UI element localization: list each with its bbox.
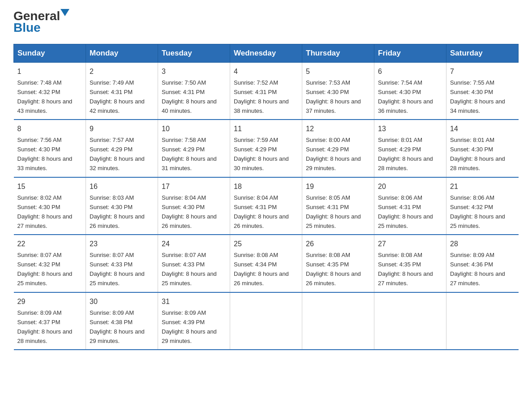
day-number: 17 xyxy=(162,181,226,193)
day-number: 13 xyxy=(378,124,442,135)
cell-week5-day2: 31Sunrise: 8:09 AMSunset: 4:39 PMDayligh… xyxy=(158,292,230,350)
day-info: Sunrise: 8:06 AMSunset: 4:31 PMDaylight:… xyxy=(378,194,433,229)
day-info: Sunrise: 7:58 AMSunset: 4:29 PMDaylight:… xyxy=(162,137,217,171)
day-number: 2 xyxy=(90,66,154,77)
header-sunday: Sunday xyxy=(14,44,86,63)
cell-week2-day0: 8Sunrise: 7:56 AMSunset: 4:30 PMDaylight… xyxy=(14,120,86,177)
cell-week1-day3: 4Sunrise: 7:52 AMSunset: 4:31 PMDaylight… xyxy=(230,63,302,120)
day-info: Sunrise: 7:57 AMSunset: 4:29 PMDaylight:… xyxy=(90,137,145,171)
day-number: 24 xyxy=(162,239,226,250)
day-info: Sunrise: 7:52 AMSunset: 4:31 PMDaylight:… xyxy=(234,79,289,114)
cell-week4-day2: 24Sunrise: 8:07 AMSunset: 4:33 PMDayligh… xyxy=(158,235,230,292)
day-info: Sunrise: 8:04 AMSunset: 4:31 PMDaylight:… xyxy=(234,194,289,229)
cell-week2-day1: 9Sunrise: 7:57 AMSunset: 4:29 PMDaylight… xyxy=(86,120,158,177)
cell-week4-day4: 26Sunrise: 8:08 AMSunset: 4:35 PMDayligh… xyxy=(302,235,374,292)
cell-week3-day0: 15Sunrise: 8:02 AMSunset: 4:30 PMDayligh… xyxy=(14,177,86,235)
cell-week5-day0: 29Sunrise: 8:09 AMSunset: 4:37 PMDayligh… xyxy=(14,292,86,350)
cell-week1-day1: 2Sunrise: 7:49 AMSunset: 4:31 PMDaylight… xyxy=(86,63,158,120)
day-info: Sunrise: 8:09 AMSunset: 4:38 PMDaylight:… xyxy=(90,309,145,344)
cell-week2-day4: 12Sunrise: 8:00 AMSunset: 4:29 PMDayligh… xyxy=(302,120,374,177)
cell-week2-day2: 10Sunrise: 7:58 AMSunset: 4:29 PMDayligh… xyxy=(158,120,230,177)
cell-week3-day5: 20Sunrise: 8:06 AMSunset: 4:31 PMDayligh… xyxy=(374,177,446,235)
day-info: Sunrise: 7:55 AMSunset: 4:30 PMDaylight:… xyxy=(450,79,505,114)
day-number: 25 xyxy=(234,239,298,250)
day-info: Sunrise: 7:54 AMSunset: 4:30 PMDaylight:… xyxy=(378,79,433,114)
day-info: Sunrise: 8:01 AMSunset: 4:30 PMDaylight:… xyxy=(450,137,505,171)
header-wednesday: Wednesday xyxy=(230,44,302,63)
day-number: 7 xyxy=(450,66,515,77)
calendar-table: SundayMondayTuesdayWednesdayThursdayFrid… xyxy=(13,44,519,350)
logo: General Blue xyxy=(13,9,73,35)
day-number: 14 xyxy=(450,124,515,135)
day-info: Sunrise: 8:09 AMSunset: 4:39 PMDaylight:… xyxy=(162,309,217,344)
cell-week1-day2: 3Sunrise: 7:50 AMSunset: 4:31 PMDaylight… xyxy=(158,63,230,120)
day-info: Sunrise: 7:48 AMSunset: 4:32 PMDaylight:… xyxy=(17,79,73,114)
day-number: 20 xyxy=(378,181,442,193)
weekday-header-row: SundayMondayTuesdayWednesdayThursdayFrid… xyxy=(14,44,519,63)
week-row-3: 15Sunrise: 8:02 AMSunset: 4:30 PMDayligh… xyxy=(14,177,519,235)
day-number: 23 xyxy=(90,239,154,250)
week-row-2: 8Sunrise: 7:56 AMSunset: 4:30 PMDaylight… xyxy=(14,120,519,177)
day-number: 28 xyxy=(450,239,515,250)
day-info: Sunrise: 8:09 AMSunset: 4:37 PMDaylight:… xyxy=(17,309,73,344)
day-info: Sunrise: 7:50 AMSunset: 4:31 PMDaylight:… xyxy=(162,79,217,114)
day-number: 26 xyxy=(306,239,370,250)
cell-week4-day5: 27Sunrise: 8:08 AMSunset: 4:35 PMDayligh… xyxy=(374,235,446,292)
day-info: Sunrise: 7:49 AMSunset: 4:31 PMDaylight:… xyxy=(90,79,145,114)
day-number: 8 xyxy=(17,124,82,135)
day-info: Sunrise: 7:56 AMSunset: 4:30 PMDaylight:… xyxy=(17,137,73,171)
cell-week4-day1: 23Sunrise: 8:07 AMSunset: 4:33 PMDayligh… xyxy=(86,235,158,292)
day-number: 9 xyxy=(90,124,154,135)
cell-week3-day1: 16Sunrise: 8:03 AMSunset: 4:30 PMDayligh… xyxy=(86,177,158,235)
cell-week1-day6: 7Sunrise: 7:55 AMSunset: 4:30 PMDaylight… xyxy=(446,63,519,120)
day-number: 3 xyxy=(162,66,226,77)
day-number: 6 xyxy=(378,66,442,77)
cell-week3-day4: 19Sunrise: 8:05 AMSunset: 4:31 PMDayligh… xyxy=(302,177,374,235)
day-info: Sunrise: 8:04 AMSunset: 4:30 PMDaylight:… xyxy=(162,194,217,229)
header-friday: Friday xyxy=(374,44,446,63)
cell-week3-day6: 21Sunrise: 8:06 AMSunset: 4:32 PMDayligh… xyxy=(446,177,519,235)
day-info: Sunrise: 8:07 AMSunset: 4:33 PMDaylight:… xyxy=(162,252,217,287)
day-number: 18 xyxy=(234,181,298,193)
day-info: Sunrise: 8:09 AMSunset: 4:36 PMDaylight:… xyxy=(450,252,505,287)
day-info: Sunrise: 8:07 AMSunset: 4:33 PMDaylight:… xyxy=(90,252,145,287)
day-info: Sunrise: 8:05 AMSunset: 4:31 PMDaylight:… xyxy=(306,194,361,229)
logo-blue-text: Blue xyxy=(13,21,41,34)
cell-week5-day1: 30Sunrise: 8:09 AMSunset: 4:38 PMDayligh… xyxy=(86,292,158,350)
day-number: 12 xyxy=(306,124,370,135)
day-info: Sunrise: 7:59 AMSunset: 4:29 PMDaylight:… xyxy=(234,137,289,171)
header-thursday: Thursday xyxy=(302,44,374,63)
cell-week1-day5: 6Sunrise: 7:54 AMSunset: 4:30 PMDaylight… xyxy=(374,63,446,120)
header-tuesday: Tuesday xyxy=(158,44,230,63)
day-number: 27 xyxy=(378,239,442,250)
header-saturday: Saturday xyxy=(446,44,519,63)
cell-week4-day6: 28Sunrise: 8:09 AMSunset: 4:36 PMDayligh… xyxy=(446,235,519,292)
day-number: 10 xyxy=(162,124,226,135)
cell-week5-day3 xyxy=(230,292,302,350)
cell-week5-day6 xyxy=(446,292,519,350)
day-number: 16 xyxy=(90,181,154,193)
cell-week3-day3: 18Sunrise: 8:04 AMSunset: 4:31 PMDayligh… xyxy=(230,177,302,235)
cell-week2-day3: 11Sunrise: 7:59 AMSunset: 4:29 PMDayligh… xyxy=(230,120,302,177)
cell-week2-day5: 13Sunrise: 8:01 AMSunset: 4:29 PMDayligh… xyxy=(374,120,446,177)
day-info: Sunrise: 7:53 AMSunset: 4:30 PMDaylight:… xyxy=(306,79,361,114)
day-number: 11 xyxy=(234,124,298,135)
day-number: 22 xyxy=(17,239,82,250)
day-info: Sunrise: 8:08 AMSunset: 4:35 PMDaylight:… xyxy=(378,252,433,287)
cell-week4-day3: 25Sunrise: 8:08 AMSunset: 4:34 PMDayligh… xyxy=(230,235,302,292)
day-number: 21 xyxy=(450,181,515,193)
page-header: General Blue xyxy=(13,9,519,35)
day-info: Sunrise: 8:01 AMSunset: 4:29 PMDaylight:… xyxy=(378,137,433,171)
day-number: 1 xyxy=(17,66,82,77)
week-row-4: 22Sunrise: 8:07 AMSunset: 4:32 PMDayligh… xyxy=(14,235,519,292)
cell-week1-day4: 5Sunrise: 7:53 AMSunset: 4:30 PMDaylight… xyxy=(302,63,374,120)
day-number: 31 xyxy=(162,296,226,308)
day-info: Sunrise: 8:07 AMSunset: 4:32 PMDaylight:… xyxy=(17,252,73,287)
week-row-5: 29Sunrise: 8:09 AMSunset: 4:37 PMDayligh… xyxy=(14,292,519,350)
logo-triangle-icon xyxy=(60,9,73,21)
week-row-1: 1Sunrise: 7:48 AMSunset: 4:32 PMDaylight… xyxy=(14,63,519,120)
day-number: 15 xyxy=(17,181,82,193)
day-info: Sunrise: 8:03 AMSunset: 4:30 PMDaylight:… xyxy=(90,194,145,229)
day-number: 29 xyxy=(17,296,82,308)
day-number: 4 xyxy=(234,66,298,77)
